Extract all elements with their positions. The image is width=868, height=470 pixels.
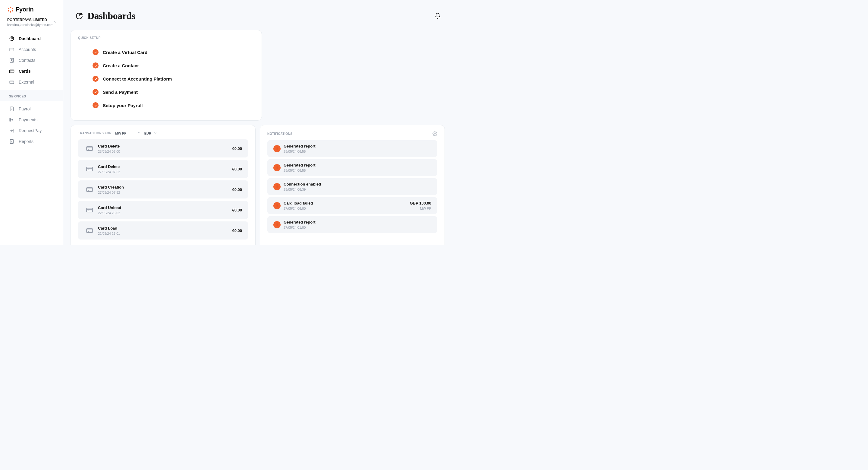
svg-point-4 <box>8 10 9 11</box>
transaction-row[interactable]: Card Delete 27/05/24 07:52 €0.00 <box>78 160 248 178</box>
transaction-date: 22/05/24 23:01 <box>98 232 232 235</box>
transaction-amount: €0.00 <box>232 167 242 171</box>
dashboard-icon <box>75 12 83 20</box>
sidebar-item-reports[interactable]: Reports <box>0 136 63 147</box>
svg-rect-10 <box>10 81 14 84</box>
svg-point-2 <box>12 10 13 11</box>
notification-sub: MW PP <box>410 207 431 210</box>
nav-label: Accounts <box>19 47 36 52</box>
notifications-card: NOTIFICATIONS i Generated report 28/05/2… <box>260 125 445 245</box>
transactions-for-label: TRANSACTIONS FOR <box>78 131 112 135</box>
card-icon <box>84 164 95 174</box>
svg-rect-13 <box>13 129 14 133</box>
setup-payment[interactable]: Send a Payment <box>78 85 254 99</box>
transaction-amount: €0.00 <box>232 187 242 192</box>
svg-rect-6 <box>10 48 14 51</box>
nav-main: Dashboard Accounts Contacts Cards Extern… <box>0 31 63 90</box>
svg-rect-17 <box>87 188 93 192</box>
page-title: Dashboards <box>87 10 135 22</box>
notification-date: 27/05/24 06:00 <box>284 207 410 210</box>
logo[interactable]: Fyorin <box>0 0 63 18</box>
info-icon: i <box>273 164 281 171</box>
sidebar-item-requestpay[interactable]: RequestPay <box>0 125 63 136</box>
transactions-header: TRANSACTIONS FOR MW PP EUR <box>78 131 248 135</box>
nav-label: Cards <box>19 69 31 74</box>
svg-point-20 <box>434 133 435 134</box>
nav-label: Contacts <box>19 58 35 63</box>
setup-contact[interactable]: Create a Contact <box>78 59 254 72</box>
setup-label: Create a Contact <box>103 63 138 68</box>
reports-icon <box>9 139 14 144</box>
logo-icon <box>7 6 14 13</box>
dashboard-icon <box>9 36 14 41</box>
setup-payroll[interactable]: Setup your Payroll <box>78 99 254 112</box>
brand-name: Fyorin <box>16 6 33 13</box>
sidebar-item-cards[interactable]: Cards <box>0 66 63 77</box>
nav-label: Dashboard <box>19 36 41 41</box>
transaction-amount: €0.00 <box>232 208 242 212</box>
transaction-title: Card Unload <box>98 205 232 210</box>
svg-rect-15 <box>87 147 93 150</box>
transaction-title: Card Creation <box>98 185 232 189</box>
chevron-down-icon <box>137 131 141 135</box>
chevron-down-icon <box>53 20 57 25</box>
gear-icon[interactable] <box>433 131 437 136</box>
quick-setup-card: QUICK SETUP Create a Virtual Card Create… <box>70 30 262 121</box>
nav-label: Payroll <box>19 107 32 111</box>
notifications-label: NOTIFICATIONS <box>267 132 293 136</box>
info-icon: i <box>273 145 281 152</box>
currency-dropdown[interactable]: EUR <box>144 131 157 135</box>
notification-title: Generated report <box>284 163 431 168</box>
setup-label: Setup your Payroll <box>103 103 143 108</box>
setup-accounting[interactable]: Connect to Accounting Platform <box>78 72 254 85</box>
check-icon <box>93 62 98 68</box>
transaction-row[interactable]: Card Load 22/05/24 23:01 €0.00 <box>78 222 248 239</box>
check-icon <box>93 89 98 95</box>
notification-row[interactable]: i Generated report 28/05/24 06:56 <box>267 140 437 157</box>
notification-title: Generated report <box>284 220 431 225</box>
svg-rect-16 <box>87 167 93 171</box>
transaction-amount: €0.00 <box>232 228 242 233</box>
transaction-row[interactable]: Card Unload 22/05/24 23:02 €0.00 <box>78 201 248 219</box>
info-icon: i <box>273 202 281 209</box>
notification-row[interactable]: i Generated report 27/05/24 01:00 <box>267 216 437 233</box>
notification-row[interactable]: i Generated report 28/05/24 06:56 <box>267 159 437 176</box>
transaction-row[interactable]: Card Delete 28/05/24 02:00 €0.00 <box>78 139 248 157</box>
notification-date: 28/05/24 06:56 <box>284 169 431 172</box>
info-icon: i <box>273 221 281 228</box>
sidebar-item-dashboard[interactable]: Dashboard <box>0 33 63 44</box>
notification-title: Generated report <box>284 144 431 148</box>
notifications-bell-icon[interactable] <box>435 13 441 19</box>
setup-virtual-card[interactable]: Create a Virtual Card <box>78 46 254 59</box>
payments-icon <box>9 117 14 122</box>
content: QUICK SETUP Create a Virtual Card Create… <box>63 30 452 245</box>
svg-point-8 <box>11 59 12 61</box>
account-dropdown[interactable]: MW PP <box>115 131 141 135</box>
setup-label: Connect to Accounting Platform <box>103 76 172 82</box>
card-icon <box>84 184 95 195</box>
svg-point-0 <box>10 7 11 8</box>
svg-point-1 <box>12 7 13 9</box>
svg-point-5 <box>8 7 9 9</box>
notification-amount: GBP 100.00 <box>410 201 431 205</box>
sidebar-item-payroll[interactable]: Payroll <box>0 104 63 114</box>
org-switcher[interactable]: PORTERPAYS LIMITED karolina.jarosinska@f… <box>0 18 63 31</box>
cards-icon <box>9 68 14 74</box>
account-value: MW PP <box>115 131 126 135</box>
transaction-title: Card Delete <box>98 144 232 148</box>
sidebar-item-contacts[interactable]: Contacts <box>0 55 63 66</box>
sidebar-item-accounts[interactable]: Accounts <box>0 44 63 55</box>
transaction-date: 27/05/24 07:52 <box>98 170 232 174</box>
notification-row[interactable]: i Connection enabled 28/05/24 06:39 <box>267 178 437 195</box>
notification-row[interactable]: i Card load failed 27/05/24 06:00 GBP 10… <box>267 197 437 214</box>
svg-point-3 <box>10 11 11 12</box>
svg-rect-19 <box>87 229 93 233</box>
org-email: karolina.jarosinska@fyorin.com <box>7 23 53 27</box>
services-label: SERVICES <box>0 90 63 101</box>
transaction-row[interactable]: Card Creation 27/05/24 07:52 €0.00 <box>78 180 248 199</box>
sidebar-item-payments[interactable]: Payments <box>0 114 63 125</box>
requestpay-icon <box>9 128 14 133</box>
transaction-date: 28/05/24 02:00 <box>98 150 232 153</box>
transaction-amount: €0.00 <box>232 146 242 151</box>
sidebar-item-external[interactable]: External <box>0 77 63 87</box>
